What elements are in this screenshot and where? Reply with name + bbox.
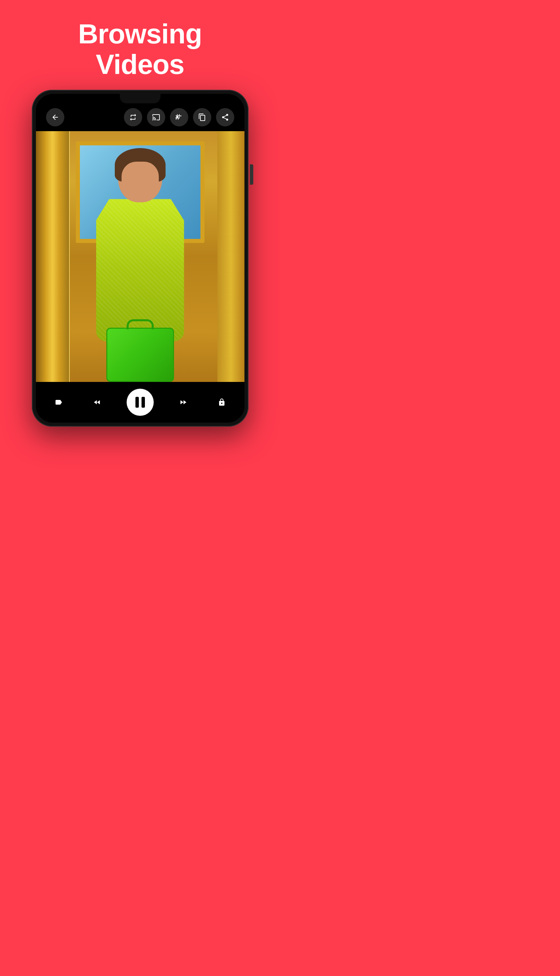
fast-forward-button[interactable] xyxy=(174,393,192,411)
fast-forward-icon xyxy=(179,398,187,406)
gold-decoration-right xyxy=(217,131,245,382)
repeat-button[interactable] xyxy=(124,108,142,126)
hashtag-icon xyxy=(175,113,183,121)
pause-bar-right xyxy=(142,397,145,408)
copy-icon xyxy=(198,113,206,121)
repeat-icon xyxy=(129,113,137,121)
pause-icon xyxy=(135,397,145,408)
page-title-line1: Browsing xyxy=(78,18,202,49)
header-section: Browsing Videos xyxy=(78,0,202,90)
share-button[interactable] xyxy=(216,108,234,126)
gold-decoration-left xyxy=(36,131,70,382)
pause-button[interactable] xyxy=(127,389,154,416)
top-icons-group xyxy=(124,108,234,126)
bag-handle xyxy=(127,319,154,329)
back-icon xyxy=(51,113,59,121)
person-bag xyxy=(106,328,174,382)
side-button xyxy=(250,164,253,185)
video-frame xyxy=(36,131,245,382)
phone-screen xyxy=(36,94,245,423)
top-toolbar xyxy=(36,104,245,131)
page-title-line2: Videos xyxy=(78,49,202,80)
person-figure xyxy=(83,145,198,382)
rewind-icon xyxy=(93,398,101,406)
phone-mockup xyxy=(32,90,248,427)
cast-button[interactable] xyxy=(147,108,165,126)
person-head xyxy=(118,152,162,202)
phone-notch xyxy=(120,94,160,104)
rewind-button[interactable] xyxy=(88,393,106,411)
copy-button[interactable] xyxy=(193,108,211,126)
bottom-controls xyxy=(36,382,245,423)
tag-icon xyxy=(55,398,63,406)
hashtag-button[interactable] xyxy=(170,108,188,126)
share-icon xyxy=(221,113,229,121)
video-content-area[interactable] xyxy=(36,131,245,382)
lock-button[interactable] xyxy=(213,393,231,411)
back-button[interactable] xyxy=(46,108,64,126)
pause-bar-left xyxy=(135,397,139,408)
tag-button[interactable] xyxy=(50,393,68,411)
person-face xyxy=(122,162,159,199)
lock-icon xyxy=(218,398,226,406)
cast-icon xyxy=(152,113,160,121)
